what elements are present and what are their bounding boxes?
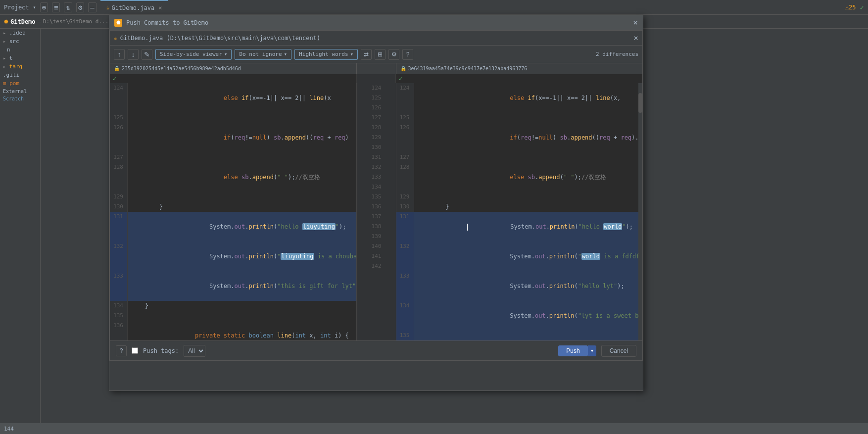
table-row: 124 else if(x==-1|| x== 2|| line(x,	[396, 83, 643, 113]
table-row: 132 System.out.println("liuyuting is a c…	[110, 241, 356, 271]
tab-gitdemo-java[interactable]: ☕ GitDemo.java ×	[100, 0, 169, 14]
sidebar-item-idea[interactable]: ▸ .idea	[0, 29, 40, 37]
diff-help-button[interactable]: ?	[402, 49, 413, 60]
table-row: 124 else if(x==-1|| x== 2|| line(x	[110, 83, 356, 113]
java-file-icon: ☕	[106, 4, 110, 11]
table-row: 125	[396, 113, 643, 123]
diff-window-title: GitDemo.java (D:\test\GitDemo\src\main\j…	[120, 35, 631, 42]
right-commit-hash: 3e64319aa45a74e39c9c9437e7e132aba4963776	[408, 66, 528, 71]
push-dropdown-button[interactable]: ▾	[588, 345, 596, 356]
sidebar-item-scratch[interactable]: Scratch	[0, 95, 40, 102]
table-row: 135 System.out.println("this is gift for…	[396, 331, 643, 340]
diff-down-button[interactable]: ↓	[128, 49, 139, 60]
sidebar-item-pom[interactable]: m pom	[0, 79, 40, 88]
diff-left-pane[interactable]: 124 else if(x==-1|| x== 2|| line(x 125 1…	[110, 83, 357, 340]
sort-icon[interactable]: ⇅	[64, 2, 72, 12]
push-dialog-icon: ⬟	[114, 19, 122, 27]
diff-count-label: 2 differences	[596, 51, 638, 57]
push-tags-select[interactable]: All	[184, 345, 205, 357]
right-scrollbar-thumb[interactable]	[638, 93, 642, 113]
diff-file-icon: ☕	[114, 35, 117, 41]
push-dialog-close[interactable]: ×	[633, 19, 638, 27]
diff-content: 124 else if(x==-1|| x== 2|| line(x 125 1…	[110, 83, 642, 340]
diff-right-pane[interactable]: 124 else if(x==-1|| x== 2|| line(x, 125 …	[396, 83, 643, 340]
diff-settings-button[interactable]: ⚙	[388, 49, 399, 60]
table-row: 128 else sb.append(" ");//双空格	[396, 162, 643, 192]
status-text: 144	[4, 426, 14, 432]
right-check: ✓	[396, 74, 642, 83]
sidebar-item-gitignore[interactable]: .giti	[0, 71, 40, 79]
right-scrollbar[interactable]	[638, 83, 642, 340]
push-dialog-title: Push Commits to GitDemo	[126, 19, 633, 26]
help-button[interactable]: ?	[116, 345, 127, 356]
ignore-label: Do not ignore	[239, 51, 282, 57]
push-button[interactable]: Push	[558, 345, 587, 356]
diff-up-button[interactable]: ↑	[114, 49, 125, 60]
table-row: 131 System.out.println("hello world");	[396, 212, 643, 241]
diff-center-gutter: 124 125 126 127 128 129 130 131 132 133 …	[357, 83, 396, 340]
list-icon[interactable]: ≡	[52, 2, 60, 12]
left-hash-header: 🔒 235d3920254d5e14a52ae5456b989e42adb5d4…	[110, 63, 357, 74]
ide-background: Project ▾ ⊕ ≡ ⇅ ⚙ — ☕ GitDemo.java × ⚠25…	[0, 0, 868, 434]
lock-icon-left: 🔒	[114, 66, 120, 71]
table-row: 128 else sb.append(" ");//双空格	[110, 162, 356, 192]
push-dialog-titlebar: ⬟ Push Commits to GitDemo ×	[109, 15, 643, 30]
table-row: 129	[396, 192, 643, 202]
highlight-words-dropdown[interactable]: Highlight words ▾	[294, 49, 358, 60]
sidebar-item-external[interactable]: External	[0, 88, 40, 95]
viewer-dropdown-icon: ▾	[224, 51, 228, 57]
project-sidebar: ▸ .idea ▸ src n ▸ t ▸ targ .giti m pom E…	[0, 29, 41, 434]
tab-label: GitDemo.java	[111, 4, 154, 11]
check-icon: ✓	[860, 3, 864, 11]
table-row: 134 System.out.println("lyt is a sweet b…	[396, 301, 643, 331]
status-bar: 144	[0, 423, 868, 434]
table-row: 136 private static boolean line(int x, i…	[110, 321, 356, 340]
settings-icon[interactable]: ⚙	[76, 2, 84, 12]
minimize-icon[interactable]: —	[88, 2, 96, 12]
table-row: 131 System.out.println("hello liuyuting"…	[110, 212, 356, 241]
table-row: 134 }	[110, 301, 356, 311]
viewer-mode-dropdown[interactable]: Side-by-side viewer ▾	[155, 49, 232, 60]
push-tags-checkbox[interactable]	[132, 347, 138, 354]
warning-badge: ⚠25	[845, 4, 856, 11]
diff-check-row: ✓ ✓	[110, 74, 642, 83]
cancel-button[interactable]: Cancel	[601, 345, 636, 357]
left-commit-hash: 235d3920254d5e14a52ae5456b989e42adb5d46d	[122, 66, 241, 71]
sidebar-item-src[interactable]: ▸ src	[0, 37, 40, 46]
diff-toolbar: ↑ ↓ ✎ Side-by-side viewer ▾ Do not ignor…	[110, 46, 642, 63]
table-row: 130 }	[396, 202, 643, 212]
ignore-dropdown-icon: ▾	[284, 51, 288, 57]
project-dropdown-icon[interactable]: ▾	[33, 4, 36, 10]
table-row: 127	[396, 152, 643, 162]
sidebar-item-targ[interactable]: ▸ targ	[0, 62, 40, 71]
diff-window: ☕ GitDemo.java (D:\test\GitDemo\src\main…	[109, 30, 643, 361]
push-tags-label: Push tags:	[143, 347, 179, 354]
add-icon[interactable]: ⊕	[40, 2, 48, 12]
tab-close-icon[interactable]: ×	[158, 4, 162, 11]
highlight-dropdown-icon: ▾	[350, 51, 354, 57]
table-row: 130 }	[110, 202, 356, 212]
diff-hash-headers: 🔒 235d3920254d5e14a52ae5456b989e42adb5d4…	[110, 63, 642, 74]
swap-sides-button[interactable]: ⇄	[361, 49, 372, 60]
table-row: 129	[110, 192, 356, 202]
lock-icon-right: 🔒	[400, 66, 406, 71]
right-hash-header: 🔒 3e64319aa45a74e39c9c9437e7e132aba49637…	[396, 63, 643, 74]
ignore-whitespace-dropdown[interactable]: Do not ignore ▾	[235, 49, 291, 60]
left-check: ✓	[110, 74, 356, 83]
highlight-label: Highlight words	[299, 51, 348, 57]
git-icon: ⬟	[4, 19, 8, 24]
sidebar-item-t[interactable]: ▸ t	[0, 54, 40, 62]
project-label[interactable]: Project	[4, 4, 29, 11]
table-row: 127	[110, 152, 356, 162]
diff-window-close-btn[interactable]: ×	[633, 33, 638, 43]
viewer-mode-label: Side-by-side viewer	[160, 51, 222, 57]
table-row: 135	[110, 311, 356, 321]
table-row: 133 System.out.println("this is gift for…	[110, 271, 356, 301]
sidebar-item-n[interactable]: n	[0, 46, 40, 54]
table-row: 126 if(req!=null) sb.append((req + req).…	[396, 123, 643, 152]
breadcrumb-sep: —	[38, 18, 41, 25]
diff-edit-button[interactable]: ✎	[142, 49, 152, 60]
gitdemo-label: GitDemo	[10, 18, 36, 25]
split-toggle-button[interactable]: ⊞	[375, 49, 386, 60]
breadcrumb-path: D:\test\GitDemo d...	[43, 18, 108, 25]
